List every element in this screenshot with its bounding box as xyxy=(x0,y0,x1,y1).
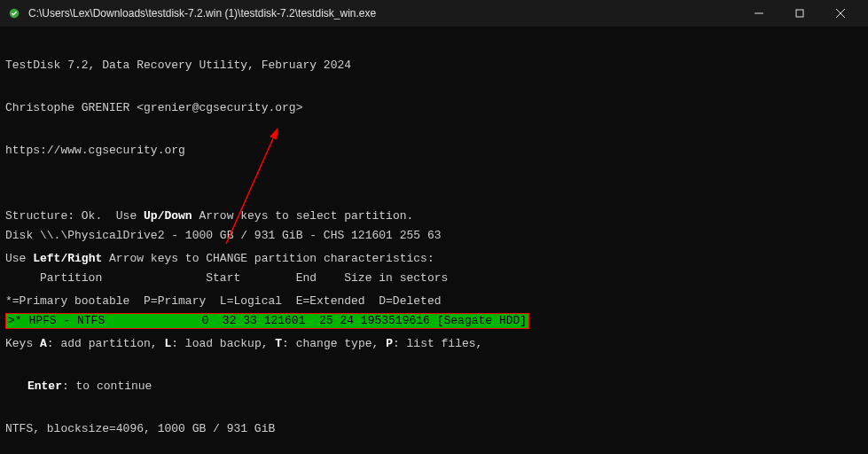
updown-key-label: Up/Down xyxy=(144,209,192,223)
window-titlebar: C:\Users\Lex\Downloads\testdisk-7.2.win … xyxy=(0,0,868,27)
footer-help: Structure: Ok. Use Up/Down Arrow keys to… xyxy=(5,181,482,450)
window-title: C:\Users\Lex\Downloads\testdisk-7.2.win … xyxy=(28,7,739,20)
app-icon xyxy=(7,6,21,20)
leftright-key-label: Left/Right xyxy=(33,252,102,265)
help-line-5: Enter: to continue xyxy=(5,380,482,394)
key-p: P xyxy=(386,337,393,350)
help-line-2: Use Left/Right Arrow keys to CHANGE part… xyxy=(5,252,482,266)
close-button[interactable] xyxy=(820,0,861,27)
maximize-button[interactable] xyxy=(779,0,820,27)
partition-detail-line: NTFS, blocksize=4096, 1000 GB / 931 GiB xyxy=(5,422,482,436)
help-line-4: Keys A: add partition, L: load backup, T… xyxy=(5,337,482,351)
help-line-3: *=Primary bootable P=Primary L=Logical E… xyxy=(5,294,482,309)
window-controls xyxy=(739,0,861,27)
minimize-button[interactable] xyxy=(739,0,779,27)
url-line: https://www.cgsecurity.org xyxy=(5,144,863,158)
key-t: T xyxy=(275,337,282,350)
app-header-line: TestDisk 7.2, Data Recovery Utility, Feb… xyxy=(5,59,863,73)
key-enter: Enter xyxy=(27,380,62,393)
help-line-1: Structure: Ok. Use Up/Down Arrow keys to… xyxy=(5,209,482,223)
key-a: A xyxy=(40,337,47,350)
svg-rect-2 xyxy=(796,10,803,17)
author-line: Christophe GRENIER <grenier@cgsecurity.o… xyxy=(5,101,863,115)
